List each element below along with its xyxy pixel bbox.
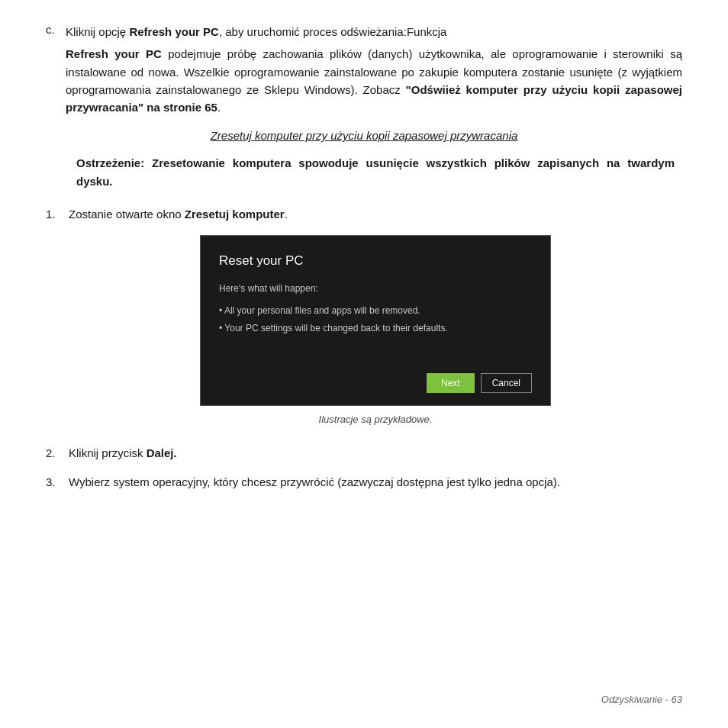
page-footer: Odzyskiwanie - 63 (601, 694, 682, 705)
footer-text: Odzyskiwanie - 63 (601, 694, 682, 705)
step-1-text2: . (285, 208, 288, 221)
step-2-content: Kliknij przycisk Dalej. (69, 444, 682, 462)
section-c-text1: Kliknij opcję (66, 25, 129, 38)
step-1-bold: Zresetuj komputer (185, 208, 285, 221)
section-heading: Zresetuj komputer przy użyciu kopii zapa… (46, 129, 682, 142)
section-c-text2: , aby uruchomić proces odświeżania:Funkc… (219, 25, 446, 38)
step-1: 1. Zostanie otwarte okno Zresetuj komput… (46, 205, 682, 434)
step-1-num: 1. (46, 205, 69, 434)
step-3-text1: Wybierz system operacyjny, który chcesz … (69, 475, 560, 488)
screenshot-caption: Ilustracje są przykładowe. (319, 412, 433, 427)
screenshot-cancel-button[interactable]: Cancel (481, 373, 532, 393)
step-3-content: Wybierz system operacyjny, który chcesz … (69, 473, 682, 491)
screenshot-bullet-1: All your personal files and apps will be… (219, 304, 532, 318)
screenshot-container: Reset your PC Here's what will happen: A… (69, 235, 682, 427)
section-c-bold2: Refresh your PC (66, 47, 162, 60)
screenshot-buttons: Next Cancel (219, 373, 532, 393)
screenshot-frame: Reset your PC Here's what will happen: A… (200, 235, 551, 406)
step-1-text1: Zostanie otwarte okno (69, 208, 185, 221)
step-2-num: 2. (46, 444, 69, 462)
c-label: c. (46, 23, 55, 36)
screenshot-bullet-2: Your PC settings will be changed back to… (219, 321, 532, 336)
step-2-text1: Kliknij przycisk (69, 446, 147, 459)
screenshot-title: Reset your PC (219, 251, 532, 271)
screenshot-next-button[interactable]: Next (427, 373, 475, 393)
warning-box: Ostrzeżenie: Zresetowanie komputera spow… (46, 154, 682, 190)
section-c-bold1: Refresh your PC (129, 25, 219, 38)
screenshot-bullets: All your personal files and apps will be… (219, 304, 532, 335)
step-3: 3. Wybierz system operacyjny, który chce… (46, 473, 682, 491)
warning-label: Ostrzeżenie: (76, 156, 144, 169)
heading-link[interactable]: Zresetuj komputer przy użyciu kopii zapa… (211, 129, 518, 142)
section-c-text4: . (217, 101, 221, 114)
numbered-list: 1. Zostanie otwarte okno Zresetuj komput… (46, 205, 682, 491)
screenshot-subtitle: Here's what will happen: (219, 282, 532, 296)
step-3-num: 3. (46, 473, 69, 491)
warning-text: Zresetowanie komputera spowoduje usunięc… (76, 156, 675, 187)
step-2: 2. Kliknij przycisk Dalej. (46, 444, 682, 462)
section-c: c. Kliknij opcję Refresh your PC, aby ur… (46, 23, 682, 116)
step-1-content: Zostanie otwarte okno Zresetuj komputer.… (69, 205, 682, 434)
page-content: c. Kliknij opcję Refresh your PC, aby ur… (46, 23, 682, 491)
step-2-bold: Dalej. (147, 446, 177, 459)
